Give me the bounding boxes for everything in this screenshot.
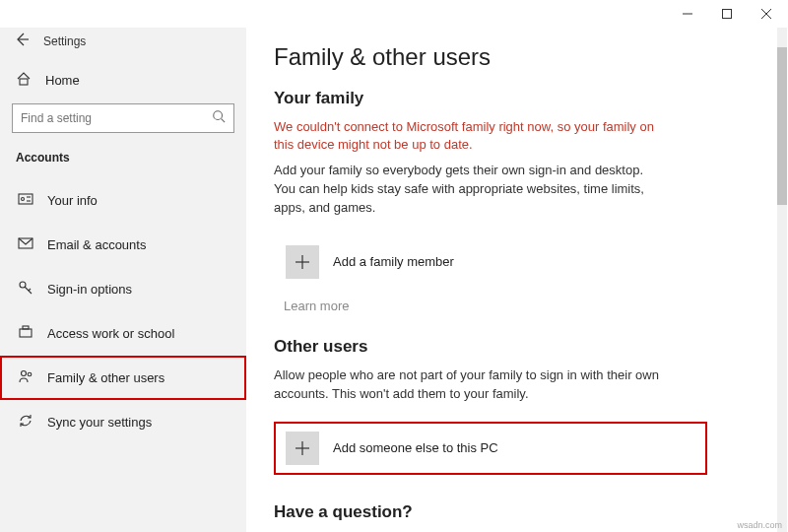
content-pane: Family & other users Your family We coul…: [246, 28, 788, 532]
sidebar-item-sync-settings[interactable]: Sync your settings: [0, 400, 246, 444]
svg-rect-5: [20, 79, 28, 85]
learn-more-link[interactable]: Learn more: [284, 299, 753, 313]
briefcase-icon: [18, 324, 33, 343]
other-users-description: Allow people who are not part of your fa…: [274, 366, 668, 404]
sidebar-item-label: Your info: [47, 193, 98, 208]
search-icon: [212, 109, 226, 127]
mail-icon: [18, 235, 33, 254]
app-title: Settings: [43, 34, 86, 48]
svg-line-7: [222, 119, 226, 123]
maximize-button[interactable]: [707, 0, 747, 28]
your-family-heading: Your family: [274, 89, 753, 108]
page-title: Family & other users: [274, 43, 753, 71]
plus-icon: [286, 432, 319, 465]
sidebar-item-work-school[interactable]: Access work or school: [0, 311, 246, 356]
id-card-icon: [18, 191, 33, 210]
minimize-button[interactable]: [668, 0, 707, 28]
sidebar-item-signin-options[interactable]: Sign-in options: [0, 267, 246, 311]
sidebar-item-label: Family & other users: [47, 370, 164, 385]
svg-point-18: [22, 371, 27, 376]
add-family-member-label: Add a family member: [333, 254, 454, 269]
sidebar-item-label: Sync your settings: [47, 415, 152, 430]
other-users-heading: Other users: [274, 337, 753, 357]
add-other-user-label: Add someone else to this PC: [333, 440, 498, 455]
sidebar-item-label: Access work or school: [47, 326, 174, 341]
svg-rect-17: [23, 326, 29, 329]
svg-line-15: [29, 289, 31, 291]
scrollbar[interactable]: [777, 28, 787, 532]
add-other-user-button[interactable]: Add someone else to this PC: [274, 422, 707, 475]
close-button[interactable]: [747, 0, 786, 28]
search-input[interactable]: [21, 111, 212, 125]
sync-icon: [18, 413, 33, 432]
key-icon: [18, 280, 33, 299]
sidebar-home-label: Home: [45, 73, 80, 88]
svg-rect-1: [723, 10, 732, 19]
sidebar-section-heading: Accounts: [0, 145, 246, 178]
people-icon: [18, 368, 33, 387]
sidebar-item-label: Sign-in options: [47, 282, 132, 297]
sidebar-item-family-users[interactable]: Family & other users: [0, 356, 246, 400]
family-description: Add your family so everybody gets their …: [274, 162, 668, 218]
home-icon: [16, 71, 32, 90]
sidebar-item-your-info[interactable]: Your info: [0, 178, 246, 223]
svg-point-19: [28, 372, 32, 376]
svg-point-6: [214, 111, 223, 120]
back-button[interactable]: [14, 32, 30, 51]
watermark: wsadn.com: [737, 520, 782, 530]
search-box[interactable]: [12, 103, 234, 133]
svg-rect-16: [20, 329, 32, 337]
have-a-question-heading: Have a question?: [274, 502, 753, 522]
add-family-member-button[interactable]: Add a family member: [274, 235, 707, 289]
sidebar-item-label: Email & accounts: [47, 237, 146, 252]
plus-icon: [286, 245, 319, 279]
sidebar: Settings Home Accounts Your info Email &…: [0, 28, 246, 532]
svg-line-14: [25, 287, 32, 294]
sidebar-item-email-accounts[interactable]: Email & accounts: [0, 223, 246, 267]
sidebar-home[interactable]: Home: [0, 61, 246, 100]
svg-point-9: [22, 198, 25, 201]
scrollbar-thumb[interactable]: [777, 47, 787, 205]
family-error-text: We couldn't connect to Microsoft family …: [274, 118, 668, 154]
window-titlebar: [0, 0, 788, 28]
